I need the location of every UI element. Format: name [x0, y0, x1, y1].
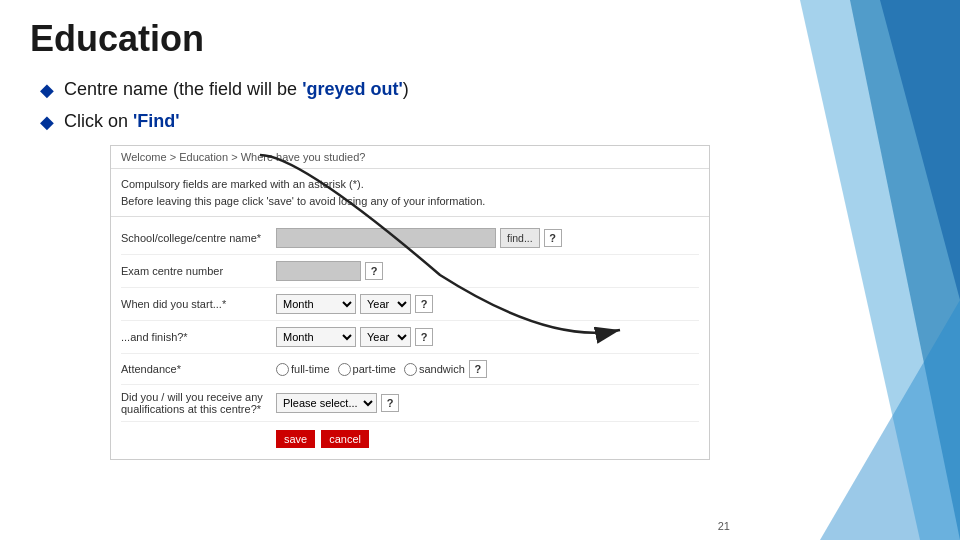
radio-parttime-input[interactable]: [338, 363, 351, 376]
main-content: Education ◆ Centre name (the field will …: [0, 0, 960, 460]
help-qualifications[interactable]: ?: [381, 394, 399, 412]
controls-start: Month JanuaryFebruaryMarch AprilMayJune …: [276, 294, 699, 314]
row-actions: save cancel: [121, 422, 699, 454]
start-year-select[interactable]: Year 2024202320222021 202020192018: [360, 294, 411, 314]
bullet-icon-1: ◆: [40, 80, 54, 102]
form-panel: Welcome > Education > Where have you stu…: [110, 145, 710, 460]
controls-exam: ?: [276, 261, 699, 281]
page-number: 21: [718, 520, 730, 532]
controls-actions: save cancel: [276, 430, 699, 448]
help-attendance[interactable]: ?: [469, 360, 487, 378]
start-month-select[interactable]: Month JanuaryFebruaryMarch AprilMayJune …: [276, 294, 356, 314]
row-qualifications: Did you / will you receive any qualifica…: [121, 385, 699, 422]
save-button[interactable]: save: [276, 430, 315, 448]
bullet-icon-2: ◆: [40, 112, 54, 134]
row-school: School/college/centre name* find... ?: [121, 222, 699, 255]
controls-school: find... ?: [276, 228, 699, 248]
find-button[interactable]: find...: [500, 228, 540, 248]
bullet-item-1: ◆ Centre name (the field will be 'greyed…: [40, 78, 930, 102]
help-finish[interactable]: ?: [415, 328, 433, 346]
label-attendance: Attendance*: [121, 363, 276, 375]
label-qualifications: Did you / will you receive any qualifica…: [121, 391, 276, 415]
school-input: [276, 228, 496, 248]
exam-input: [276, 261, 361, 281]
bullet-text-1: Centre name (the field will be 'greyed o…: [64, 78, 409, 101]
radio-sandwich-input[interactable]: [404, 363, 417, 376]
help-exam[interactable]: ?: [365, 262, 383, 280]
help-start[interactable]: ?: [415, 295, 433, 313]
page-title: Education: [30, 18, 930, 60]
breadcrumb: Welcome > Education > Where have you stu…: [111, 146, 709, 169]
controls-qualifications: Please select... Yes No ?: [276, 393, 699, 413]
radio-fulltime[interactable]: full-time: [276, 363, 330, 376]
form-note-line2: Before leaving this page click 'save' to…: [121, 193, 699, 210]
label-school: School/college/centre name*: [121, 232, 276, 244]
bullet-list: ◆ Centre name (the field will be 'greyed…: [40, 78, 930, 133]
qualifications-select[interactable]: Please select... Yes No: [276, 393, 377, 413]
controls-attendance: full-time part-time sandwich ?: [276, 360, 699, 378]
form-note: Compulsory fields are marked with an ast…: [111, 169, 709, 217]
controls-finish: Month JanuaryFebruaryMarch AprilMayJune …: [276, 327, 699, 347]
row-attendance: Attendance* full-time part-time sandwich: [121, 354, 699, 385]
bullet-text-2: Click on 'Find': [64, 110, 180, 133]
help-school[interactable]: ?: [544, 229, 562, 247]
label-finish: ...and finish?*: [121, 331, 276, 343]
finish-year-select[interactable]: Year 2024202320222021 202020192018: [360, 327, 411, 347]
radio-parttime[interactable]: part-time: [338, 363, 396, 376]
row-start: When did you start...* Month JanuaryFebr…: [121, 288, 699, 321]
form-body: School/college/centre name* find... ? Ex…: [111, 217, 709, 459]
radio-group-attendance: full-time part-time sandwich: [276, 363, 465, 376]
row-exam: Exam centre number ?: [121, 255, 699, 288]
radio-fulltime-input[interactable]: [276, 363, 289, 376]
bullet-item-2: ◆ Click on 'Find': [40, 110, 930, 134]
label-exam: Exam centre number: [121, 265, 276, 277]
cancel-button[interactable]: cancel: [321, 430, 369, 448]
radio-sandwich[interactable]: sandwich: [404, 363, 465, 376]
highlight-greyed: 'greyed out': [302, 79, 403, 99]
row-finish: ...and finish?* Month JanuaryFebruaryMar…: [121, 321, 699, 354]
label-start: When did you start...*: [121, 298, 276, 310]
form-note-line1: Compulsory fields are marked with an ast…: [121, 176, 699, 193]
finish-month-select[interactable]: Month JanuaryFebruaryMarch AprilMayJune …: [276, 327, 356, 347]
highlight-find: 'Find': [133, 111, 180, 131]
